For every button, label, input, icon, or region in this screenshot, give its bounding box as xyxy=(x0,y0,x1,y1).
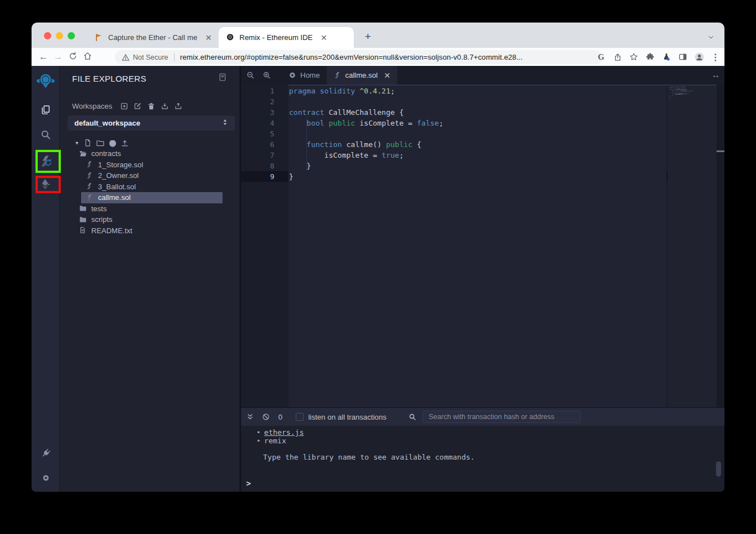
bullet: • xyxy=(256,428,261,437)
zoom-out-icon[interactable] xyxy=(243,68,257,83)
settings-gear-icon[interactable] xyxy=(38,470,54,486)
new-tab-button[interactable]: + xyxy=(361,30,375,44)
file-tree: contracts1_Storage.sol2_Owner.sol3_Ballo… xyxy=(60,148,239,236)
code-line-7[interactable]: isComplete = true; xyxy=(289,150,404,161)
tree-item-contracts[interactable]: contracts xyxy=(60,148,239,159)
editor-content-background xyxy=(288,84,666,407)
library-link-remix: remix xyxy=(264,437,286,445)
back-icon[interactable]: ← xyxy=(36,52,51,62)
plugin-manager-icon[interactable] xyxy=(38,445,54,461)
line-number: 9 xyxy=(241,171,274,182)
library-link-ethers-js[interactable]: ethers.js xyxy=(264,428,304,437)
editor-scrollbar-mark[interactable] xyxy=(717,150,724,152)
code-line-9[interactable]: } xyxy=(289,171,293,182)
share-icon[interactable] xyxy=(612,51,623,63)
minimize-window-button[interactable] xyxy=(56,32,63,39)
new-file-icon[interactable] xyxy=(83,139,92,147)
sol-icon xyxy=(86,172,94,180)
tree-item-readme-txt[interactable]: README.txt xyxy=(60,225,239,237)
sol-icon xyxy=(86,161,94,168)
terminal-scrollbar-thumb[interactable] xyxy=(716,461,721,477)
flask-extension-icon[interactable] xyxy=(661,51,672,63)
tab-label: Capture the Ether - Call me xyxy=(108,33,197,42)
collapse-tree-icon[interactable]: ▾ xyxy=(75,140,78,146)
tree-item-label: callme.sol xyxy=(98,193,131,202)
reload-icon[interactable] xyxy=(65,52,80,63)
solidity-file-icon xyxy=(333,72,341,79)
deploy-run-icon[interactable] xyxy=(38,176,54,192)
terminal-toolbar: 0 listen on all transactions xyxy=(241,408,724,426)
delete-workspace-icon[interactable] xyxy=(147,102,155,110)
line-number: 4 xyxy=(241,118,274,128)
tree-item-tests[interactable]: tests xyxy=(60,203,239,215)
maximize-window-button[interactable] xyxy=(68,32,75,39)
security-label[interactable]: Not Secure xyxy=(133,54,168,61)
workspace-selected-value: default_workspace xyxy=(74,119,140,127)
tree-item-label: 2_Owner.sol xyxy=(98,171,139,180)
editor-scrollbar-track[interactable] xyxy=(717,84,724,407)
download-workspace-icon[interactable] xyxy=(161,102,169,110)
minimap[interactable]: pragma solidity ^0.4.21; contract CallMe… xyxy=(669,86,714,97)
solidity-compiler-icon[interactable] xyxy=(38,153,54,169)
home-icon[interactable] xyxy=(80,52,95,63)
file-explorer-panel: FILE EXPLORERS Workspaces default_worksp… xyxy=(60,66,239,492)
tab-strip: Capture the Ether - Call me ✕ Remix - Et… xyxy=(32,23,724,48)
editor-tab-callme[interactable]: callme.sol ✕ xyxy=(327,66,398,84)
line-number: 5 xyxy=(241,128,274,139)
address-bar[interactable]: Not Secure remix.ethereum.org/#optimize=… xyxy=(115,50,603,64)
clear-block-icon[interactable] xyxy=(261,412,270,421)
upload-workspace-icon[interactable] xyxy=(174,102,183,110)
terminal-output[interactable]: •ethers.js•remix Type the library name t… xyxy=(241,426,724,492)
terminal-prompt[interactable]: > xyxy=(246,479,251,488)
browser-tab-capture-the-ether[interactable]: Capture the Ether - Call me ✕ xyxy=(87,27,219,48)
panel-title: FILE EXPLORERS xyxy=(72,74,146,83)
close-window-button[interactable] xyxy=(44,32,51,39)
code-line-4[interactable]: bool public isComplete = false; xyxy=(289,118,443,128)
tree-item-callme-sol[interactable]: callme.sol xyxy=(60,192,239,203)
extensions-icon[interactable] xyxy=(644,51,656,63)
browser-tab-remix[interactable]: Remix - Ethereum IDE ✕ xyxy=(219,27,354,48)
code-line-3[interactable]: contract CallMeChallenge { xyxy=(289,107,404,118)
code-editor[interactable]: pragma solidity ^0.4.21; contract CallMe… xyxy=(241,84,724,407)
workspace-select[interactable]: default_workspace xyxy=(68,115,235,131)
toggle-width-icon[interactable]: ↔ xyxy=(711,70,720,79)
bookmark-star-icon[interactable] xyxy=(628,51,639,63)
divider xyxy=(174,53,175,61)
close-editor-tab-icon[interactable]: ✕ xyxy=(384,71,390,80)
url-text[interactable]: remix.ethereum.org/#optimize=false&runs=… xyxy=(180,53,523,61)
tree-item-label: README.txt xyxy=(91,226,132,235)
menu-dots-icon[interactable]: ⋮ xyxy=(710,51,721,63)
editor-tab-home[interactable]: Home xyxy=(282,66,327,84)
tree-item-scripts[interactable]: scripts xyxy=(60,214,239,225)
close-tab-icon[interactable]: ✕ xyxy=(321,33,327,42)
code-line-6[interactable]: function callme() public { xyxy=(289,139,421,150)
line-number: 2 xyxy=(241,96,274,107)
code-line-1[interactable]: pragma solidity ^0.4.21; xyxy=(289,86,395,96)
tab-search-chevron-icon[interactable] xyxy=(708,33,714,43)
rename-workspace-icon[interactable] xyxy=(134,102,142,110)
transaction-search-input[interactable] xyxy=(423,411,581,423)
remix-logo-icon[interactable] xyxy=(36,71,55,90)
docs-book-icon[interactable] xyxy=(218,73,227,83)
code-line-8[interactable]: } xyxy=(289,161,311,171)
publish-icon[interactable] xyxy=(121,139,129,147)
listen-label[interactable]: listen on all transactions xyxy=(308,413,386,421)
listen-checkbox[interactable] xyxy=(296,413,304,421)
zoom-in-icon[interactable] xyxy=(259,68,274,83)
line-number: 6 xyxy=(241,139,274,150)
file-explorer-icon[interactable] xyxy=(38,102,54,118)
profile-avatar-icon[interactable] xyxy=(693,51,705,63)
tree-item-2-owner-sol[interactable]: 2_Owner.sol xyxy=(60,170,239,181)
remix-circle-icon xyxy=(288,72,296,79)
search-icon[interactable] xyxy=(38,127,54,143)
forward-icon[interactable]: → xyxy=(51,52,65,62)
create-workspace-icon[interactable] xyxy=(120,102,128,110)
new-folder-icon[interactable] xyxy=(96,139,104,147)
expand-terminal-icon[interactable] xyxy=(246,412,255,421)
github-icon[interactable] xyxy=(108,139,117,147)
close-tab-icon[interactable]: ✕ xyxy=(205,33,212,42)
google-icon[interactable]: G xyxy=(595,51,607,63)
side-panel-icon[interactable] xyxy=(677,51,688,63)
tree-item-3-ballot-sol[interactable]: 3_Ballot.sol xyxy=(60,181,239,193)
tree-item-1-storage-sol[interactable]: 1_Storage.sol xyxy=(60,159,239,171)
